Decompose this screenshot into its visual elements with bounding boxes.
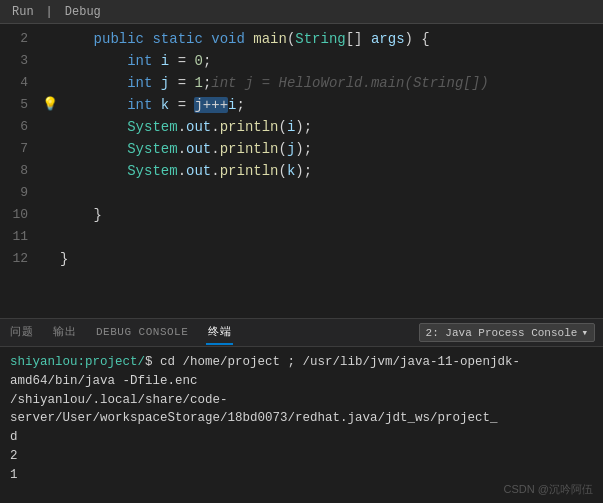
line-number-11: 11: [0, 226, 40, 248]
code-editor: 2 public static void main(String[] args)…: [0, 24, 603, 318]
tab-problems[interactable]: 问题: [8, 320, 35, 345]
code-line-9: 9: [0, 182, 603, 204]
debug-button[interactable]: Debug: [65, 5, 101, 19]
terminal-output-1: 1: [10, 468, 18, 482]
console-label: 2: Java Process Console: [426, 327, 578, 339]
line-content-6[interactable]: System.out.println(i);: [60, 116, 603, 138]
terminal-output[interactable]: shiyanlou:project/$ cd /home/project ; /…: [0, 347, 603, 503]
line-number-2: 2: [0, 28, 40, 50]
line-number-8: 8: [0, 160, 40, 182]
code-line-10: 10 }: [0, 204, 603, 226]
line-number-6: 6: [0, 116, 40, 138]
code-line-8: 8 System.out.println(k);: [0, 160, 603, 182]
code-line-5: 5 💡 int k = j+++i;: [0, 94, 603, 116]
separator: |: [46, 5, 53, 19]
line-content-3[interactable]: int i = 0;: [60, 50, 603, 72]
top-bar: Run | Debug: [0, 0, 603, 24]
line-number-4: 4: [0, 72, 40, 94]
terminal-line-1: shiyanlou:project/$ cd /home/project ; /…: [10, 353, 593, 391]
panel-tab-right: 2: Java Process Console ▾: [419, 323, 595, 342]
code-line-2: 2 public static void main(String[] args)…: [0, 28, 603, 50]
line-number-12: 12: [0, 248, 40, 270]
run-button[interactable]: Run: [12, 5, 34, 19]
watermark: CSDN @沉吟阿伍: [504, 482, 593, 497]
line-number-5: 5: [0, 94, 40, 116]
line-number-7: 7: [0, 138, 40, 160]
tab-terminal[interactable]: 终端: [206, 320, 233, 345]
bulb-icon[interactable]: 💡: [42, 94, 58, 116]
terminal-prompt: shiyanlou:project/: [10, 355, 145, 369]
console-select[interactable]: 2: Java Process Console ▾: [419, 323, 595, 342]
code-lines: 2 public static void main(String[] args)…: [0, 24, 603, 318]
line-number-9: 9: [0, 182, 40, 204]
terminal-output-d: d: [10, 430, 18, 444]
line-content-8[interactable]: System.out.println(k);: [60, 160, 603, 182]
line-content-12[interactable]: }: [60, 248, 603, 270]
chevron-down-icon: ▾: [581, 326, 588, 339]
terminal-cmd-2: /shiyanlou/.local/share/code-server/User…: [10, 393, 498, 426]
code-line-6: 6 System.out.println(i);: [0, 116, 603, 138]
bottom-panel: 问题 输出 DEBUG CONSOLE 终端 2: Java Process C…: [0, 318, 603, 503]
gutter-5: 💡: [40, 94, 60, 116]
terminal-output-2: 2: [10, 449, 18, 463]
code-line-7: 7 System.out.println(j);: [0, 138, 603, 160]
line-content-10[interactable]: }: [60, 204, 603, 226]
line-number-10: 10: [0, 204, 40, 226]
line-content-4[interactable]: int j = 1;int j = HelloWorld.main(String…: [60, 72, 603, 94]
tab-output[interactable]: 输出: [51, 320, 78, 345]
terminal-line-4: 2: [10, 447, 593, 466]
tab-debug-console[interactable]: DEBUG CONSOLE: [94, 322, 190, 344]
line-content-5[interactable]: int k = j+++i;: [60, 94, 603, 116]
line-content-11[interactable]: [60, 226, 603, 248]
line-number-3: 3: [0, 50, 40, 72]
panel-tabs: 问题 输出 DEBUG CONSOLE 终端 2: Java Process C…: [0, 319, 603, 347]
code-line-3: 3 int i = 0;: [0, 50, 603, 72]
line-content-7[interactable]: System.out.println(j);: [60, 138, 603, 160]
line-content-9[interactable]: [60, 182, 603, 204]
code-line-12: 12 }: [0, 248, 603, 270]
terminal-line-3: d: [10, 428, 593, 447]
code-line-11: 11: [0, 226, 603, 248]
code-line-4: 4 int j = 1;int j = HelloWorld.main(Stri…: [0, 72, 603, 94]
terminal-line-2: /shiyanlou/.local/share/code-server/User…: [10, 391, 593, 429]
line-content-2[interactable]: public static void main(String[] args) {: [60, 28, 603, 50]
